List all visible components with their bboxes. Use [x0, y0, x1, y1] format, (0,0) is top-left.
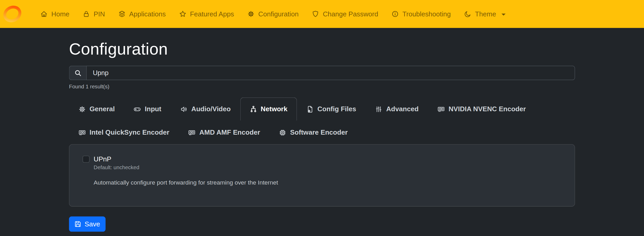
nav-label: Configuration — [258, 10, 299, 18]
nav-items: Home PIN Applications Featured Apps Conf… — [34, 0, 512, 28]
upnp-option: UPnP Default: unchecked Automatically co… — [83, 155, 562, 186]
star-icon — [179, 10, 186, 18]
shield-icon — [312, 10, 319, 18]
tab-nvidia-nvenc-encoder[interactable]: NVIDIA NVENC Encoder — [428, 97, 535, 121]
chevron-down-icon — [501, 13, 505, 15]
gear-icon — [247, 10, 254, 18]
sliders-icon — [375, 105, 382, 113]
tab-label: Audio/Video — [191, 105, 231, 113]
nav-item-configuration[interactable]: Configuration — [241, 0, 305, 28]
tab-label: Input — [145, 105, 161, 113]
tab-label: General — [90, 105, 115, 113]
tab-advanced[interactable]: Advanced — [366, 97, 428, 121]
nav-item-troubleshooting[interactable]: Troubleshooting — [385, 0, 457, 28]
floppy-icon — [74, 221, 81, 228]
search-input[interactable] — [86, 66, 575, 80]
tab-intel-quicksync-encoder[interactable]: Intel QuickSync Encoder — [69, 121, 179, 144]
tab-network[interactable]: Network — [240, 97, 297, 121]
navbar: Home PIN Applications Featured Apps Conf… — [0, 0, 644, 28]
info-circle-icon — [391, 10, 399, 18]
tab-label: Advanced — [386, 105, 419, 113]
app-logo[interactable] — [2, 4, 23, 24]
save-button-label: Save — [85, 220, 100, 228]
gear-icon — [78, 105, 86, 113]
speaker-icon — [180, 105, 187, 113]
nav-item-theme-dropdown[interactable]: Theme — [457, 0, 512, 28]
house-icon — [40, 10, 48, 18]
lock-icon — [83, 10, 90, 18]
search-results-count: Found 1 result(s) — [69, 83, 575, 90]
nav-label: Featured Apps — [190, 10, 234, 18]
sunshine-logo-icon — [2, 4, 23, 24]
app-window: Home PIN Applications Featured Apps Conf… — [0, 0, 644, 236]
tab-label: NVIDIA NVENC Encoder — [449, 105, 526, 113]
upnp-label[interactable]: UPnP — [94, 155, 111, 162]
nav-label: PIN — [94, 10, 105, 18]
save-button[interactable]: Save — [69, 217, 106, 232]
config-search — [69, 66, 575, 80]
tab-label: Config Files — [317, 105, 356, 113]
tab-label: Intel QuickSync Encoder — [90, 129, 169, 136]
tab-config-files[interactable]: Config Files — [297, 97, 366, 121]
gpu-card-icon — [78, 129, 86, 136]
tab-software-encoder[interactable]: Software Encoder — [270, 121, 357, 144]
nav-item-home[interactable]: Home — [34, 0, 76, 28]
nav-label: Home — [51, 10, 70, 18]
config-tabs: General Input Audio/Video Network Config… — [69, 97, 575, 144]
nav-item-applications[interactable]: Applications — [111, 0, 172, 28]
upnp-checkbox[interactable] — [83, 156, 90, 163]
network-icon — [249, 105, 257, 113]
file-gear-icon — [306, 105, 314, 113]
cpu-icon — [279, 129, 286, 136]
layers-icon — [118, 10, 125, 18]
configuration-page: Configuration Found 1 result(s) General … — [69, 39, 575, 232]
nav-label: Troubleshooting — [402, 10, 451, 18]
gpu-card-icon — [188, 129, 195, 136]
nav-item-pin[interactable]: PIN — [76, 0, 111, 28]
search-icon-box — [69, 66, 86, 80]
network-tab-panel: UPnP Default: unchecked Automatically co… — [69, 144, 575, 207]
nav-item-change-password[interactable]: Change Password — [305, 0, 385, 28]
tab-input[interactable]: Input — [124, 97, 171, 121]
tab-amd-amf-encoder[interactable]: AMD AMF Encoder — [179, 121, 270, 144]
page-title: Configuration — [69, 39, 575, 59]
gpu-card-icon — [437, 105, 445, 113]
tab-label: Network — [261, 105, 287, 113]
moon-icon — [464, 10, 471, 18]
upnp-default-value: Default: unchecked — [94, 164, 561, 171]
tab-audio-video[interactable]: Audio/Video — [171, 97, 240, 121]
tab-label: Software Encoder — [290, 129, 348, 136]
search-icon — [74, 69, 81, 76]
gamepad-icon — [134, 105, 141, 113]
nav-label: Applications — [129, 10, 166, 18]
tab-label: AMD AMF Encoder — [199, 129, 260, 136]
upnp-description: Automatically configure port forwarding … — [94, 179, 561, 186]
nav-label: Change Password — [323, 10, 378, 18]
nav-item-featured-apps[interactable]: Featured Apps — [172, 0, 241, 28]
nav-label: Theme — [475, 10, 496, 18]
tab-general[interactable]: General — [69, 97, 124, 121]
